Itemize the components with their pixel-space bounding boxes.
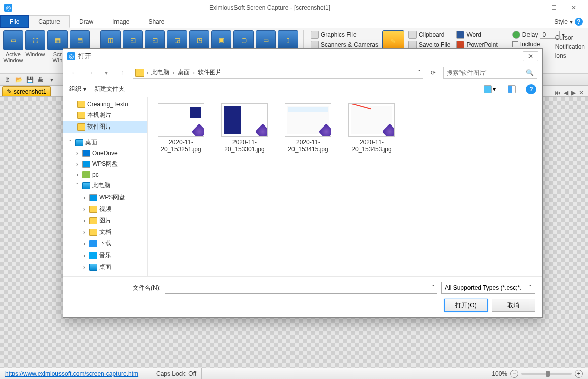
expand-icon[interactable]: › — [81, 264, 87, 271]
user-icon — [82, 171, 90, 178]
capture-windo-button[interactable]: ▤ — [70, 30, 90, 50]
chevron-down-icon[interactable]: ˅ — [418, 69, 421, 76]
capture-region-9-button[interactable]: ▯ — [278, 30, 298, 50]
capture-region-3-button[interactable]: ◱ — [145, 30, 165, 50]
expand-icon[interactable]: › — [81, 240, 87, 247]
breadcrumb-current[interactable]: 软件图片 — [197, 68, 223, 77]
desktop-icon — [89, 264, 97, 271]
capture-region-6-button[interactable]: ▣ — [211, 30, 231, 50]
zoom-slider[interactable] — [521, 373, 572, 375]
expand-icon[interactable]: › — [81, 229, 87, 236]
open-doc-button[interactable]: 📂 — [14, 75, 23, 84]
file-item[interactable]: 2020-11-20_153453.jpg — [344, 103, 399, 153]
menubar: File Capture Draw Image Share Style ▾ ? — [0, 15, 588, 28]
zoom-out-button[interactable]: − — [510, 370, 518, 378]
capture-region-7-button[interactable]: ▢ — [233, 30, 254, 50]
capture-scrwin-button[interactable]: ▦ — [47, 30, 68, 50]
tree-node-softimg[interactable]: 软件图片 — [63, 121, 147, 133]
cancel-button[interactable]: 取消 — [492, 299, 535, 312]
capture-active-window-button[interactable]: ▭ — [3, 30, 23, 50]
tree-node-onedrive[interactable]: ›OneDrive — [63, 148, 147, 158]
tab-style[interactable]: Style ▾ ? — [549, 15, 588, 28]
document-tab[interactable]: ✎ screenshot1 — [2, 86, 51, 96]
new-folder-button[interactable]: 新建文件夹 — [94, 85, 125, 93]
tree-node-thispc[interactable]: ˅此电脑 — [63, 180, 147, 192]
help-icon[interactable]: ? — [575, 18, 583, 26]
refresh-button[interactable]: ⟳ — [427, 67, 439, 79]
expand-icon[interactable]: ˅ — [74, 182, 80, 190]
save-doc-button[interactable]: 💾 — [25, 75, 34, 84]
capture-region-5-button[interactable]: ◳ — [189, 30, 209, 50]
tab-close[interactable]: ✕ — [578, 89, 585, 96]
chevron-down-icon[interactable]: ˅ — [432, 284, 435, 291]
tab-nav-first[interactable]: ⏮ — [554, 89, 562, 96]
nav-forward-button[interactable]: → — [84, 67, 96, 79]
link-clipboard[interactable]: Clipboard — [406, 30, 452, 39]
tree-node-localphoto[interactable]: 本机照片 — [63, 109, 147, 121]
tab-nav-next[interactable]: ▶ — [570, 89, 577, 96]
new-doc-button[interactable]: 🗎 — [3, 75, 12, 84]
nav-up-button[interactable]: ↑ — [116, 67, 129, 79]
tab-file[interactable]: File — [0, 15, 29, 28]
expand-icon[interactable]: › — [74, 161, 80, 168]
expand-icon[interactable]: › — [74, 171, 80, 178]
organize-button[interactable]: 组织 ▾ — [69, 85, 86, 93]
capture-region-1-button[interactable]: ◫ — [100, 30, 121, 50]
expand-icon[interactable]: › — [81, 217, 87, 224]
maximize-button[interactable]: ☐ — [544, 0, 564, 15]
print-button[interactable]: 🖶 — [36, 75, 45, 84]
tab-capture[interactable]: Capture — [29, 15, 70, 28]
search-box[interactable]: 🔍 — [443, 67, 537, 79]
dialog-files-panel[interactable]: 2020-11-20_153251.jpg 2020-11-20_153301.… — [148, 97, 542, 276]
tree-node-pc[interactable]: ›pc — [63, 170, 147, 180]
view-thumbnails-button[interactable]: ▾ — [482, 84, 498, 94]
expand-icon[interactable]: › — [74, 150, 80, 157]
dialog-close-button[interactable]: ✕ — [523, 51, 538, 61]
zoom-slider-thumb[interactable] — [546, 371, 550, 377]
capture-region-4-button[interactable]: ◲ — [167, 30, 187, 50]
tab-share[interactable]: Share — [139, 15, 174, 28]
tree-node-downloads[interactable]: ›下载 — [63, 238, 147, 249]
zoom-in-button[interactable]: + — [575, 370, 583, 378]
dialog-help-button[interactable]: ? — [526, 84, 536, 94]
tree-node-desktop2[interactable]: ›桌面 — [63, 261, 147, 273]
link-graphics-file[interactable]: Graphics File — [309, 30, 380, 39]
tab-image[interactable]: Image — [103, 15, 139, 28]
link-word[interactable]: Word — [454, 30, 499, 39]
tree-node-wps[interactable]: ›WPS网盘 — [63, 158, 147, 170]
tab-nav-prev[interactable]: ◀ — [563, 89, 569, 96]
tree-node-video[interactable]: ›视频 — [63, 203, 147, 215]
file-item[interactable]: 2020-11-20_153251.jpg — [154, 103, 208, 153]
minimize-button[interactable]: — — [523, 0, 544, 15]
filename-input[interactable]: ˅ — [165, 282, 437, 294]
expand-icon[interactable]: › — [81, 206, 87, 213]
status-link[interactable]: https://www.eximioussoft.com/screen-capt… — [0, 368, 151, 379]
tree-node-pictures[interactable]: ›图片 — [63, 215, 147, 226]
tree-node-wps2[interactable]: ›WPS网盘 — [63, 192, 147, 203]
expand-icon[interactable]: › — [81, 252, 87, 259]
capture-window-button[interactable]: ⬚ — [25, 30, 45, 50]
breadcrumb-thispc[interactable]: 此电脑 — [150, 68, 170, 77]
tree-node-creating[interactable]: Creating_Textu — [63, 99, 147, 109]
qbtn-dropdown[interactable]: ▾ — [47, 75, 56, 84]
close-button[interactable]: ✕ — [564, 0, 584, 15]
dialog-tree[interactable]: Creating_Textu 本机照片 软件图片 ˅桌面 ›OneDrive ›… — [63, 97, 148, 276]
file-item[interactable]: 2020-11-20_153301.jpg — [217, 103, 272, 153]
nav-recent-dropdown[interactable]: ▾ — [100, 67, 112, 79]
tab-draw[interactable]: Draw — [70, 15, 103, 28]
expand-icon[interactable]: ˅ — [67, 139, 73, 146]
open-button[interactable]: 打开(O) — [444, 299, 488, 312]
nav-back-button[interactable]: ← — [68, 67, 80, 79]
breadcrumb[interactable]: › 此电脑 › 桌面 › 软件图片 ˅ — [133, 67, 423, 79]
search-input[interactable] — [447, 69, 524, 76]
capture-region-8-button[interactable]: ▭ — [256, 30, 276, 50]
file-types-select[interactable]: All Supported Types (*.esc;*.˅ — [441, 282, 535, 294]
tree-node-docs[interactable]: ›文档 — [63, 226, 147, 238]
expand-icon[interactable]: › — [81, 194, 87, 201]
tree-node-desktop[interactable]: ˅桌面 — [63, 137, 147, 148]
breadcrumb-desktop[interactable]: 桌面 — [177, 68, 191, 77]
capture-region-2-button[interactable]: ◰ — [123, 30, 143, 50]
view-details-button[interactable] — [506, 84, 518, 94]
file-item[interactable]: 2020-11-20_153415.jpg — [281, 103, 335, 153]
tree-node-music[interactable]: ›音乐 — [63, 249, 147, 261]
